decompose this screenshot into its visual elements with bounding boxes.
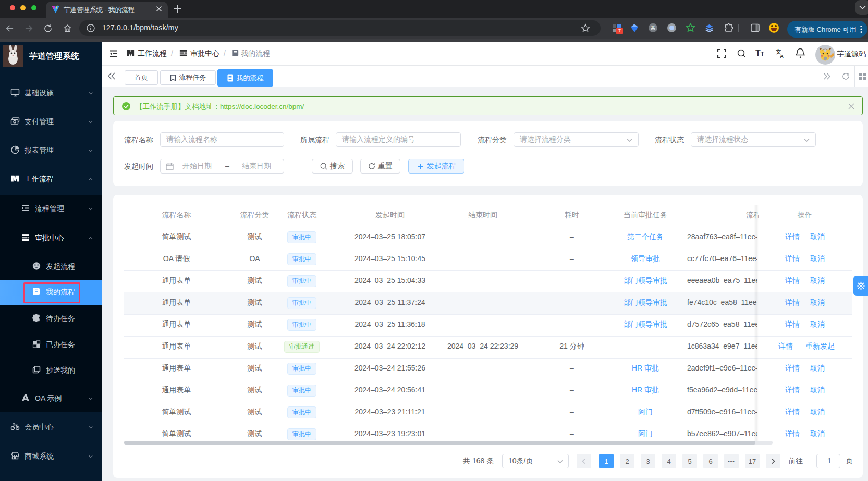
svg-text:A: A [780, 53, 784, 58]
